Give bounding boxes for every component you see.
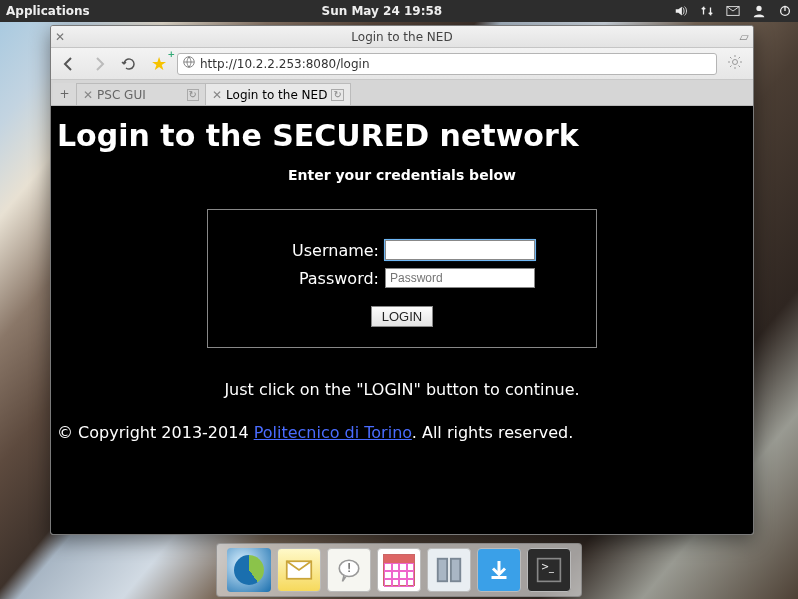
tab-loading-icon: ↻ [187,89,199,101]
svg-text:!: ! [346,560,351,575]
url-bar[interactable]: http://10.2.2.253:8080/login [177,53,717,75]
tab-psc-gui[interactable]: ✕ PSC GUI ↻ [76,83,206,105]
bookmark-star-icon[interactable]: ★ [147,52,171,76]
login-form: Username: Password: LOGIN [207,209,597,348]
svg-rect-10 [451,559,460,582]
window-titlebar[interactable]: ✕ Login to the NED ▱ [51,26,753,48]
window-close-button[interactable]: ✕ [51,30,69,44]
login-hint: Just click on the "LOGIN" button to cont… [57,380,747,399]
dock-mail[interactable] [277,548,321,592]
copyright-pre: © Copyright 2013-2014 [57,423,254,442]
tab-close-icon[interactable]: ✕ [83,88,93,102]
tab-label: PSC GUI [97,88,183,102]
tab-login-ned[interactable]: ✕ Login to the NED ↻ [205,83,351,105]
tab-strip: + ✕ PSC GUI ↻ ✕ Login to the NED ↻ [51,80,753,106]
reload-button[interactable] [117,52,141,76]
mail-icon[interactable] [726,4,740,18]
power-icon[interactable] [778,4,792,18]
new-tab-button[interactable]: + [53,83,77,105]
settings-gear-icon[interactable] [723,54,747,74]
dock-calendar[interactable] [377,548,421,592]
dock-chat[interactable]: ! [327,548,371,592]
tab-close-icon[interactable]: ✕ [212,88,222,102]
username-label: Username: [269,241,379,260]
page-heading: Login to the SECURED network [57,118,747,153]
page-viewport: Login to the SECURED network Enter your … [51,106,753,534]
globe-icon [182,55,196,72]
login-button[interactable]: LOGIN [371,306,433,327]
dock: ! >_ [216,543,582,597]
dock-terminal[interactable]: >_ [527,548,571,592]
network-icon[interactable] [700,4,714,18]
svg-rect-9 [438,559,447,582]
svg-point-1 [756,6,761,11]
window-maximize-button[interactable]: ▱ [735,30,753,44]
url-text: http://10.2.2.253:8080/login [200,57,370,71]
window-title: Login to the NED [69,30,735,44]
applications-menu[interactable]: Applications [6,4,90,18]
tab-loading-icon: ↻ [331,89,343,101]
dock-web-browser[interactable] [227,548,271,592]
browser-window: ✕ Login to the NED ▱ ★ http://10.2.2.253… [50,25,754,535]
tab-label: Login to the NED [226,88,327,102]
browser-toolbar: ★ http://10.2.2.253:8080/login [51,48,753,80]
top-panel: Applications Sun May 24 19:58 [0,0,798,22]
volume-icon[interactable] [674,4,688,18]
panel-clock: Sun May 24 19:58 [90,4,674,18]
forward-button[interactable] [87,52,111,76]
username-input[interactable] [385,240,535,260]
copyright-line: © Copyright 2013-2014 Politecnico di Tor… [57,423,747,442]
user-icon[interactable] [752,4,766,18]
dock-downloads[interactable] [477,548,521,592]
copyright-link[interactable]: Politecnico di Torino [254,423,412,442]
copyright-post: . All rights reserved. [412,423,574,442]
calendar-icon [383,554,415,586]
password-input[interactable] [385,268,535,288]
system-tray [674,4,792,18]
dock-files[interactable] [427,548,471,592]
svg-text:>_: >_ [541,561,554,573]
page-subheading: Enter your credentials below [57,167,747,183]
globe-swirl-icon [234,555,264,585]
svg-point-5 [733,59,738,64]
password-label: Password: [269,269,379,288]
back-button[interactable] [57,52,81,76]
